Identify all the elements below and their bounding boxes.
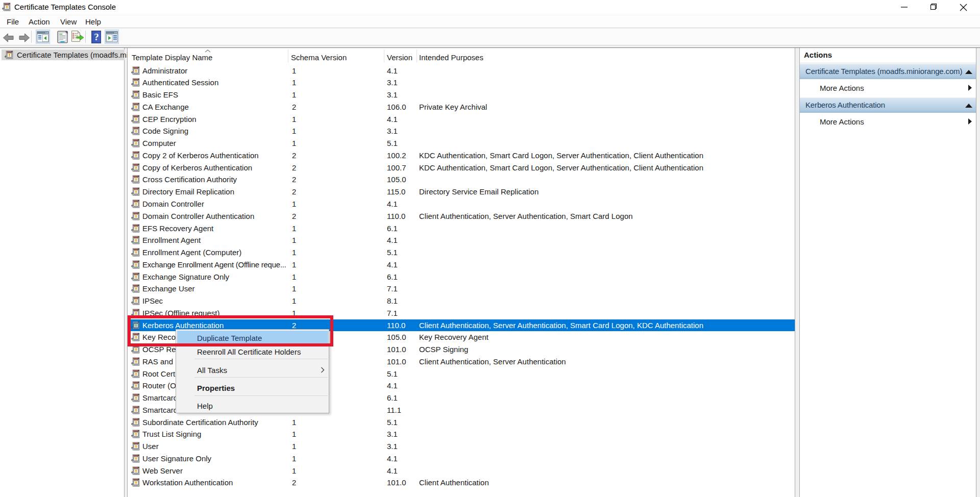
svg-text:?: ? xyxy=(94,32,99,42)
